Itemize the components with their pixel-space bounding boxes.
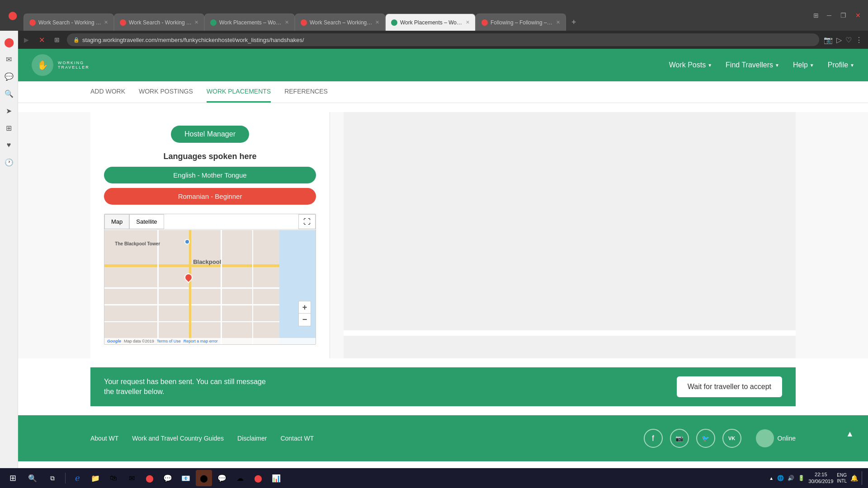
language-indicator[interactable]: ENG INTL <box>837 472 847 484</box>
right-panel-input-area[interactable] <box>344 336 796 358</box>
taskbar-red-icon[interactable]: ⬤ <box>250 470 266 486</box>
sidebar-icon-history[interactable]: 🕐 <box>1 155 17 170</box>
battery-icon[interactable]: 🔋 <box>798 475 805 481</box>
tab-4-close[interactable]: ✕ <box>375 19 379 25</box>
left-sidebar: ⬤ ✉ 💬 🔍 ➤ ⊞ ♥ 🕐 • • • <box>0 31 18 488</box>
taskbar-search-btn[interactable]: 🔍 <box>24 470 42 486</box>
terms-link[interactable]: Terms of Use <box>157 339 181 343</box>
vk-icon[interactable]: VK <box>722 429 741 448</box>
taskbar-excel-icon[interactable]: 📊 <box>268 470 284 486</box>
map-btn[interactable]: Map <box>104 214 129 229</box>
taskbar-up-arrow[interactable]: ▲ <box>769 476 774 481</box>
footer-disclaimer-link[interactable]: Disclaimer <box>237 435 267 442</box>
window-controls-extra[interactable]: ⊞ <box>811 10 821 21</box>
forward-btn[interactable]: ▶ <box>21 36 32 43</box>
show-desktop-btn[interactable] <box>862 471 864 485</box>
taskbar-ie-icon[interactable]: ℯ <box>69 470 85 486</box>
logo-icon: ✋ <box>32 54 53 76</box>
sidebar-icon-grid[interactable]: ⊞ <box>1 120 17 136</box>
tab-1[interactable]: Work Search - Working Tra ✕ <box>24 14 114 31</box>
forward-arrow-icon[interactable]: ▷ <box>836 36 842 44</box>
road-6 <box>221 230 222 344</box>
twitter-icon[interactable]: 🐦 <box>696 429 715 448</box>
opera-menu-btn[interactable]: ⬤ <box>4 7 22 23</box>
close-btn[interactable]: ✕ <box>852 10 864 21</box>
network-icon[interactable]: 🌐 <box>777 475 784 481</box>
taskbar-explorer-icon[interactable]: 📁 <box>87 470 104 486</box>
taskbar-sep-1 <box>65 473 66 483</box>
taskbar-store-icon[interactable]: 🛍 <box>105 470 122 486</box>
footer-guides-link[interactable]: Work and Travel Country Guides <box>132 435 224 442</box>
left-panel: Hostel Manager Languages spoken here Eng… <box>90 112 330 358</box>
role-btn-wrapper: Hostel Manager <box>104 126 316 152</box>
road-8 <box>252 230 253 344</box>
grid-btn[interactable]: ⊞ <box>52 36 62 43</box>
notification-center-btn[interactable]: 🔔 <box>850 474 858 482</box>
taskbar-task-view-btn[interactable]: ⧉ <box>43 470 61 486</box>
nav-profile[interactable]: Profile ▼ <box>828 61 854 69</box>
blackpool-label: Blackpool <box>193 258 221 265</box>
tab-6-close[interactable]: ✕ <box>556 19 560 25</box>
sidebar-icon-send[interactable]: ➤ <box>1 103 17 118</box>
start-btn[interactable]: ⊞ <box>4 470 22 486</box>
nav-find-travellers[interactable]: Find Travellers ▼ <box>726 61 779 69</box>
wait-for-traveller-btn[interactable]: Wait for traveller to accept <box>677 376 782 397</box>
instagram-icon[interactable]: 📷 <box>670 429 689 448</box>
camera-icon[interactable]: 📷 <box>824 36 833 44</box>
sidebar-icon-heart[interactable]: ♥ <box>1 137 17 153</box>
sub-nav-references[interactable]: REFERENCES <box>284 81 328 103</box>
tab-1-close[interactable]: ✕ <box>104 19 108 25</box>
zoom-in-btn[interactable]: + <box>298 301 311 314</box>
role-button[interactable]: Hostel Manager <box>171 126 249 143</box>
taskbar-opera2-icon[interactable]: ⬤ <box>196 470 212 486</box>
taskbar-skype-icon[interactable]: 💬 <box>160 470 176 486</box>
nav-help[interactable]: Help ▼ <box>793 61 814 69</box>
scroll-to-top-btn[interactable]: ▲ <box>841 425 859 443</box>
sidebar-icon-newsfeed[interactable]: ✉ <box>1 52 17 67</box>
nav-work-posts[interactable]: Work Posts ▼ <box>669 61 712 69</box>
taskbar-mail2-icon[interactable]: 📧 <box>178 470 194 486</box>
sub-nav-work-placements[interactable]: WORK PLACEMENTS <box>207 81 271 103</box>
more-icon[interactable]: ⋮ <box>855 36 863 44</box>
minimize-btn[interactable]: ─ <box>823 10 835 21</box>
english-language-btn[interactable]: English - Mother Tongue <box>104 167 316 183</box>
tab-2[interactable]: Work Search - Working Tra ✕ <box>114 14 204 31</box>
logo[interactable]: ✋ WORKING TRAVELLER <box>32 54 90 76</box>
taskbar-opera-icon[interactable]: ⬤ <box>142 470 158 486</box>
stop-btn[interactable]: ✕ <box>36 36 47 44</box>
top-nav: ✋ WORKING TRAVELLER Work Posts ▼ Find Tr… <box>18 49 868 81</box>
sidebar-icon-opera[interactable]: ⬤ <box>1 34 17 50</box>
tab-2-label: Work Search - Working Tra <box>129 19 192 26</box>
taskbar-time[interactable]: 22:15 30/06/2019 <box>808 471 833 485</box>
facebook-icon[interactable]: f <box>644 429 663 448</box>
tab-3-close[interactable]: ✕ <box>285 19 289 25</box>
sidebar-icon-search[interactable]: 🔍 <box>1 86 17 101</box>
satellite-btn[interactable]: Satellite <box>129 214 164 229</box>
tab-5[interactable]: Work Placements – Work P ✕ <box>385 14 476 31</box>
report-link[interactable]: Report a map error <box>184 339 218 343</box>
taskbar-cloud-icon[interactable]: ☁ <box>232 470 248 486</box>
tab-4[interactable]: Work Search – Working Tra ✕ <box>295 14 385 31</box>
zoom-out-btn[interactable]: − <box>298 314 311 326</box>
bookmark-icon[interactable]: ♡ <box>845 36 852 44</box>
footer-contact-link[interactable]: Contact WT <box>280 435 314 442</box>
restore-btn[interactable]: ❐ <box>837 10 850 21</box>
map-fullscreen-btn[interactable]: ⛶ <box>298 214 316 229</box>
romanian-language-btn[interactable]: Romanian - Beginner <box>104 188 316 205</box>
sub-nav: ADD WORK WORK POSTINGS WORK PLACEMENTS R… <box>18 81 868 103</box>
sub-nav-work-postings[interactable]: WORK POSTINGS <box>139 81 193 103</box>
tab-6[interactable]: Following – Following – Jo ✕ <box>476 14 566 31</box>
taskbar-whatsapp-icon[interactable]: 💬 <box>214 470 230 486</box>
volume-icon[interactable]: 🔊 <box>788 475 794 481</box>
footer-about-link[interactable]: About WT <box>90 435 118 442</box>
tab-2-close[interactable]: ✕ <box>194 19 198 25</box>
sub-nav-add-work[interactable]: ADD WORK <box>90 81 125 103</box>
tab-5-close[interactable]: ✕ <box>466 19 470 25</box>
new-tab-btn[interactable]: + <box>566 14 582 31</box>
taskbar-mail-icon[interactable]: ✉ <box>123 470 140 486</box>
footer-content: About WT Work and Travel Country Guides … <box>90 429 796 448</box>
address-bar[interactable]: 🔒 staging.workingtraveller.com/members/f… <box>67 33 819 46</box>
sidebar-icon-whatsapp[interactable]: 💬 <box>1 69 17 84</box>
tab-3[interactable]: Work Placements – Work P ✕ <box>204 14 295 31</box>
map-background[interactable]: The Blackpool Tower Blackpool 🧍 + <box>104 230 316 344</box>
